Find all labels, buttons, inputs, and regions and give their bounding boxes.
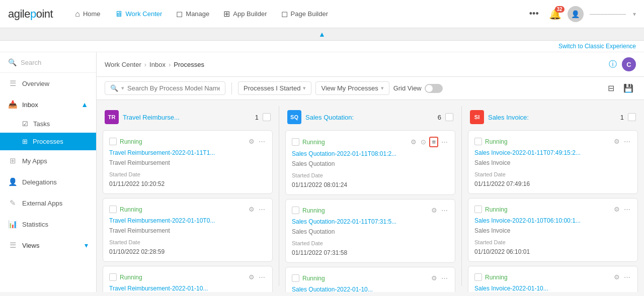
nav-workcenter[interactable]: 🖥 Work Center: [109, 6, 169, 23]
col-select-all-salesquotation[interactable]: [445, 113, 453, 121]
user-chevron-icon[interactable]: ▾: [633, 11, 636, 18]
card-checkbox[interactable]: [474, 138, 482, 145]
nav-pagebuilder[interactable]: ◻ Page Builder: [275, 5, 334, 23]
card-action-0[interactable]: ⚙: [410, 137, 418, 147]
card-title[interactable]: Sales Quotation-2022-01-11T08:01:2...: [292, 150, 449, 157]
processes-dropdown[interactable]: Processes I Started ▾: [238, 81, 311, 95]
card-checkbox[interactable]: [474, 206, 482, 213]
sidebar-item-processes[interactable]: ⊞ Processes: [0, 133, 96, 150]
card-checkbox[interactable]: [292, 138, 299, 146]
sidebar-group-header-views[interactable]: ☰ Views ▾: [0, 235, 96, 256]
card-title[interactable]: Sales Invoice-2022-01-10T06:10:00:1...: [474, 217, 631, 224]
card-status: Running: [485, 274, 508, 281]
inbox-icon: 📥: [8, 100, 17, 109]
col-badge-salesinvoice: SI: [470, 110, 484, 124]
avatar: 👤: [568, 6, 584, 22]
manage-icon: ◻: [176, 9, 183, 19]
sidebar-group-views: ☰ Views ▾: [0, 235, 96, 256]
sidebar-item-statistics[interactable]: 📊 Statistics: [0, 214, 96, 235]
search-input[interactable]: [127, 84, 220, 92]
collapse-banner[interactable]: ▲: [0, 28, 644, 41]
nav-manage[interactable]: ◻ Manage: [170, 5, 215, 23]
breadcrumb-workcenter[interactable]: Work Center: [105, 61, 141, 68]
sidebar-item-myapps[interactable]: ⊞ My Apps: [0, 150, 96, 171]
card-title[interactable]: Sales Invoice-2022-01-10...: [474, 285, 631, 292]
card-status: Running: [485, 138, 508, 145]
card-date-label: Started Date: [109, 171, 266, 177]
card-title[interactable]: Travel Reimbursement-2022-01-10T0...: [109, 217, 266, 224]
card-checkbox[interactable]: [109, 138, 117, 145]
processes-icon: ⊞: [22, 138, 28, 145]
notifications-button[interactable]: 🔔 32: [549, 8, 561, 20]
nav-appbuilder[interactable]: ⊞ App Builder: [217, 5, 273, 23]
topnav-right: ••• 🔔 32 👤 –––––––––– ▾: [525, 6, 636, 22]
card-action-0[interactable]: ⚙: [248, 272, 256, 282]
card-action-1[interactable]: ⋯: [623, 272, 631, 282]
card-action-1[interactable]: ⋯: [258, 205, 266, 214]
grid-view-label: Grid View: [393, 84, 422, 92]
sidebar: 🔍 Search ☰ Overview 📥 Inbox ▲ ☑ Tasks: [0, 52, 97, 292]
card-action-3[interactable]: ⋯: [440, 137, 449, 147]
card-subtitle: Sales Quotation: [292, 160, 449, 167]
card-action-1[interactable]: ⋯: [623, 137, 631, 146]
card-title[interactable]: Sales Quotation-2022-01-10...: [292, 286, 449, 292]
card-action-1[interactable]: ⋯: [440, 206, 449, 215]
searchbar-chevron-icon[interactable]: ▾: [121, 85, 124, 91]
sidebar-item-externalapps[interactable]: ✎ External Apps: [0, 192, 96, 214]
col-header-salesinvoice: SISales Invoice:1: [468, 106, 638, 126]
card-action-0[interactable]: ⚙: [248, 137, 256, 146]
card-date-value: 01/10/2022 06:10:01: [474, 248, 631, 255]
sidebar-group-header-inbox[interactable]: 📥 Inbox ▲: [0, 94, 96, 115]
user-initials-badge[interactable]: C: [622, 57, 636, 71]
card-action-0[interactable]: ⚙: [613, 205, 621, 214]
col-select-all-travel[interactable]: [263, 113, 271, 121]
inbox-collapse-icon[interactable]: ▲: [81, 101, 88, 109]
card-action-0[interactable]: ⚙: [613, 272, 621, 282]
card-title[interactable]: Sales Invoice-2022-01-11T07:49:15:2...: [474, 149, 631, 156]
card-action-1[interactable]: ⊙: [420, 137, 427, 147]
card-date-label: Started Date: [109, 239, 266, 245]
search-label: Search: [21, 59, 41, 66]
col-title-travel[interactable]: Travel Reimburse...: [123, 114, 249, 121]
logo[interactable]: agilepoint: [8, 8, 53, 21]
col-select-all-salesinvoice[interactable]: [628, 113, 636, 121]
card-title[interactable]: Travel Reimbursement-2022-01-10...: [109, 285, 266, 292]
card-title[interactable]: Sales Quotation-2022-01-11T07:31:5...: [292, 218, 449, 225]
col-title-salesinvoice[interactable]: Sales Invoice:: [488, 114, 614, 121]
col-header-salesquotation: SQSales Quotation:6: [285, 106, 455, 126]
process-search-bar[interactable]: 🔍 ▾: [105, 81, 225, 95]
classic-switch-link[interactable]: Switch to Classic Experience: [558, 43, 636, 50]
sidebar-item-delegations[interactable]: 👤 Delegations: [0, 171, 96, 192]
views-collapse-icon[interactable]: ▾: [85, 241, 88, 249]
col-title-salesquotation[interactable]: Sales Quotation:: [305, 114, 432, 121]
grid-view-switch[interactable]: [425, 84, 443, 93]
card-action-0[interactable]: ⚙: [430, 273, 438, 283]
card-date-value: 01/10/2022 02:28:59: [109, 248, 266, 255]
breadcrumb-inbox[interactable]: Inbox: [149, 61, 166, 68]
table-row: Running⚙⋯Sales Quotation-2022-01-10...Sa…: [285, 267, 455, 292]
card-action-0[interactable]: ⚙: [248, 205, 256, 214]
card-action-1[interactable]: ⋯: [440, 273, 449, 283]
card-checkbox[interactable]: [109, 206, 117, 213]
filter-icon[interactable]: ⊟: [605, 81, 617, 95]
card-checkbox[interactable]: [474, 273, 482, 281]
sidebar-item-overview[interactable]: ☰ Overview: [0, 73, 96, 94]
card-action-1[interactable]: ⋯: [258, 272, 266, 282]
card-checkbox[interactable]: [109, 273, 117, 281]
card-action-0[interactable]: ⚙: [430, 206, 438, 215]
info-icon[interactable]: ⓘ: [609, 59, 617, 70]
sidebar-item-tasks[interactable]: ☑ Tasks: [0, 115, 96, 133]
card-title[interactable]: Travel Reimbursement-2022-01-11T1...: [109, 149, 266, 156]
card-checkbox[interactable]: [292, 274, 299, 282]
card-action-1[interactable]: ⋯: [258, 137, 266, 146]
card-action-2[interactable]: ≡: [429, 137, 438, 147]
card-action-1[interactable]: ⋯: [623, 205, 631, 214]
more-button[interactable]: •••: [525, 7, 543, 21]
nav-home[interactable]: ⌂ Home: [69, 6, 106, 23]
card-action-0[interactable]: ⚙: [613, 137, 621, 146]
save-icon[interactable]: 💾: [621, 81, 636, 95]
sidebar-search[interactable]: 🔍 Search: [0, 52, 96, 73]
card-date-value: 01/11/2022 08:01:24: [292, 181, 449, 188]
view-dropdown[interactable]: View My Processes ▾: [315, 81, 389, 95]
card-checkbox[interactable]: [292, 207, 299, 214]
